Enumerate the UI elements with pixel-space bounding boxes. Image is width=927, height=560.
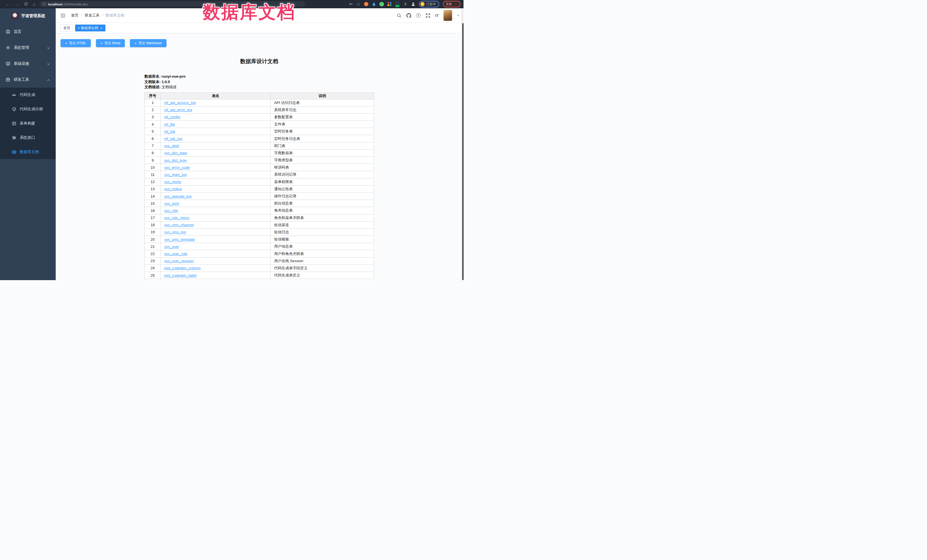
dev-tools-submenu: </> 代码生成 代码生成示例 表单构建 系统接口 数据库文档: [0, 88, 56, 159]
table-name-link[interactable]: sys_operate_log: [164, 194, 191, 199]
chevron-up-icon: [47, 78, 50, 81]
page-header: 首页 / 研发工具 / 数据库文档 ? tT ▼: [56, 8, 464, 23]
export-html-button[interactable]: + 导出 HTML: [61, 39, 91, 47]
breadcrumb-dev-tools[interactable]: 研发工具: [85, 13, 100, 18]
table-name-link[interactable]: sys_user_role: [164, 252, 187, 256]
row-description: 角色和菜单关联表: [271, 214, 374, 221]
sidebar-item-system-api[interactable]: 系统接口: [0, 131, 56, 145]
table-name-link[interactable]: sys_role: [164, 208, 178, 213]
tag-db-doc[interactable]: ● 数据库文档 ×: [75, 24, 105, 32]
breadcrumb: 首页 / 研发工具 / 数据库文档: [71, 13, 124, 18]
table-row: 12 sys_menu 菜单权限表: [145, 178, 374, 185]
row-description: 操作日志记录: [271, 193, 374, 200]
table-name-link[interactable]: sys_dict_data: [164, 151, 187, 155]
fullscreen-icon[interactable]: [426, 13, 430, 18]
table-row: 15 sys_post 岗位信息表: [145, 200, 374, 207]
row-description: 错误码表: [271, 164, 374, 171]
table-name-link[interactable]: tool_codegen_column: [164, 266, 201, 270]
extension-icon-on-badge[interactable]: on: [395, 2, 400, 6]
table-name-link[interactable]: tool_codegen_table: [164, 273, 197, 278]
toolbox-icon: [6, 77, 10, 82]
row-description: 系统异常日志: [271, 106, 374, 113]
dashboard-icon: [6, 29, 10, 34]
table-row: 20 sys_sms_template 短信模板: [145, 236, 374, 243]
chevron-down-icon: [47, 46, 50, 49]
monitor-icon: [6, 61, 10, 66]
sidebar-item-infrastructure[interactable]: 基础设施: [0, 56, 56, 72]
active-dot-icon: ●: [78, 27, 80, 29]
sidebar-item-code-generation[interactable]: </> 代码生成: [0, 88, 56, 102]
table-name-link[interactable]: sys_dept: [164, 144, 179, 148]
export-markdown-button[interactable]: + 导出 Markdown: [130, 39, 167, 47]
row-description: 短信日志: [271, 228, 374, 235]
table-row: 2 inf_api_error_log 系统异常日志: [145, 106, 374, 113]
breadcrumb-home[interactable]: 首页: [71, 13, 79, 18]
table-name-link[interactable]: sys_dict_type: [164, 158, 187, 162]
table-name-link[interactable]: inf_api_error_log: [164, 108, 192, 112]
table-name-link[interactable]: inf_file: [164, 122, 175, 126]
meta-db-name: 数据库名: ruoyi-vue-pro: [144, 74, 374, 79]
row-description: 用户和角色关联表: [271, 250, 374, 257]
col-header-description: 说明: [271, 93, 374, 99]
table-name-link[interactable]: sys_user_session: [164, 259, 194, 263]
user-menu-caret-icon[interactable]: ▼: [457, 14, 459, 17]
search-icon[interactable]: [397, 13, 401, 18]
breadcrumb-current: 数据库文档: [106, 13, 124, 18]
table-name-link[interactable]: sys_menu: [164, 180, 181, 184]
extension-icon-green-check[interactable]: ✓: [380, 2, 384, 6]
plus-icon: +: [100, 41, 103, 46]
user-avatar[interactable]: [444, 10, 452, 21]
sidebar-item-dev-tools[interactable]: 研发工具: [0, 72, 56, 88]
row-description: 文件表: [271, 121, 374, 128]
row-index: 12: [145, 178, 161, 185]
table-name-link[interactable]: sys_user: [164, 244, 179, 249]
close-tag-icon[interactable]: ×: [100, 26, 102, 30]
table-name-link[interactable]: sys_login_log: [164, 173, 187, 177]
table-name-link[interactable]: sys_sms_channel: [164, 223, 194, 227]
table-row: 4 inf_file 文件表: [145, 121, 374, 128]
collapse-sidebar-icon[interactable]: [61, 14, 65, 18]
table-name-link[interactable]: sys_error_code: [164, 165, 190, 170]
table-name-link[interactable]: sys_notice: [164, 187, 182, 191]
scrollbar-thumb[interactable]: [462, 23, 464, 280]
sidebar: 芋道管理系统 首页 系统管理 基础设施 研发工具 </> 代码生成: [0, 8, 56, 280]
export-word-button[interactable]: + 导出 Word: [96, 39, 125, 47]
font-size-icon[interactable]: tT: [435, 14, 439, 18]
row-description: 短信渠道: [271, 221, 374, 228]
table-name-link[interactable]: sys_sms_log: [164, 230, 185, 234]
table-row: 17 sys_role_menu 角色和菜单关联表: [145, 214, 374, 221]
help-icon[interactable]: ?: [416, 13, 421, 18]
row-description: 字典类型表: [271, 279, 374, 280]
tag-home[interactable]: 首页: [61, 24, 73, 32]
extension-icon-counter[interactable]: 2: [403, 2, 407, 6]
table-name-link[interactable]: inf_config: [164, 115, 180, 119]
row-index: 5: [145, 128, 161, 135]
table-name-link[interactable]: inf_job_log: [164, 137, 182, 141]
table-name-link[interactable]: sys_role_menu: [164, 216, 189, 220]
github-icon[interactable]: [406, 13, 411, 18]
app-logo[interactable]: 芋道管理系统: [0, 8, 56, 24]
sidebar-item-form-builder[interactable]: 表单构建: [0, 116, 56, 131]
table-row: 1 inf_api_access_log API 访问日志表: [145, 99, 374, 106]
table-row: 18 sys_sms_channel 短信渠道: [145, 221, 374, 228]
table-name-link[interactable]: sys_sms_template: [164, 237, 195, 241]
sidebar-item-label: 代码生成示例: [20, 106, 43, 112]
table-row: 8 sys_dict_data 字典数据表: [145, 149, 374, 156]
table-row: 11 sys_login_log 系统访问记录: [145, 171, 374, 178]
table-row: 13 sys_notice 通知公告表: [145, 185, 374, 193]
row-description: 定时任务日志表: [271, 135, 374, 142]
sidebar-item-home[interactable]: 首页: [0, 24, 56, 40]
app-title: 芋道管理系统: [21, 14, 45, 18]
page-scrollbar[interactable]: [461, 8, 464, 280]
row-index: 2: [145, 106, 161, 113]
table-name-link[interactable]: inf_job: [164, 129, 175, 134]
sidebar-item-codegen-example[interactable]: 代码生成示例: [0, 102, 56, 116]
chevron-down-icon: [47, 62, 50, 65]
table-name-link[interactable]: sys_post: [164, 201, 179, 206]
doc-title: 数据库设计文档: [144, 58, 374, 65]
table-name-link[interactable]: inf_api_access_log: [164, 100, 196, 105]
table-row: 6 inf_job_log 定时任务日志表: [145, 135, 374, 142]
sidebar-item-system[interactable]: 系统管理: [0, 40, 56, 56]
row-index: 9: [145, 157, 161, 164]
sidebar-item-db-doc[interactable]: 数据库文档: [0, 145, 56, 159]
